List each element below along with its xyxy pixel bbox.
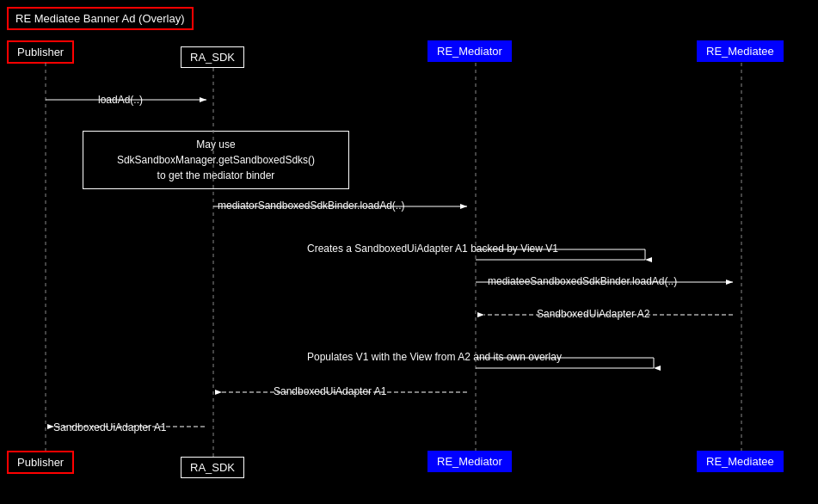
diagram-title: RE Mediatee Banner Ad (Overlay) [7, 7, 194, 30]
msg-sandboxed-a1-bottom: SandboxedUiAdapter A1 [53, 421, 166, 433]
actor-rasdk-bottom: RA_SDK [181, 457, 244, 478]
msg-creates-adapter: Creates a SandboxedUiAdapter A1 backed b… [307, 243, 558, 255]
actor-publisher-bottom: Publisher [7, 451, 74, 474]
msg-mediatee-binder: mediateeSandboxedSdkBinder.loadAd(..) [488, 275, 677, 287]
msg-mediator-binder: mediatorSandboxedSdkBinder.loadAd(..) [218, 200, 404, 212]
actor-publisher-top: Publisher [7, 40, 74, 64]
note-may-use: May useSdkSandboxManager.getSandboxedSdk… [83, 131, 349, 189]
diagram-container: RE Mediatee Banner Ad (Overlay) Publishe… [0, 0, 818, 504]
actor-mediatee-bottom: RE_Mediatee [697, 451, 784, 472]
msg-sandboxed-a2: SandboxedUiAdapter A2 [537, 308, 649, 320]
msg-loadad: loadAd(..) [98, 94, 143, 106]
note-text: May useSdkSandboxManager.getSandboxedSdk… [117, 138, 315, 181]
msg-sandboxed-a1-return: SandboxedUiAdapter A1 [274, 385, 386, 397]
msg-populates-v1: Populates V1 with the View from A2 and i… [307, 351, 562, 363]
actor-mediator-bottom: RE_Mediator [427, 451, 512, 472]
actor-mediator-top: RE_Mediator [427, 40, 512, 62]
actor-mediatee-top: RE_Mediatee [697, 40, 784, 62]
actor-rasdk-top: RA_SDK [181, 46, 244, 68]
